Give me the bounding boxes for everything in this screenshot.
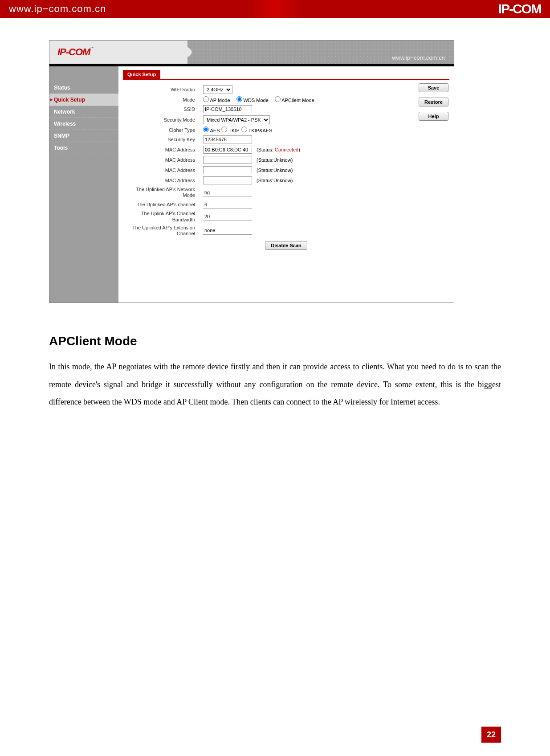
cipher-radio-group: AES TKIP TKIP&AES [203, 127, 449, 133]
tab-quick-setup[interactable]: Quick Setup [123, 70, 160, 79]
mac2-status: (Status:Unknow) [257, 157, 293, 163]
uplink-extchannel-input[interactable] [203, 227, 252, 235]
mode-wds[interactable]: WDS Mode [236, 96, 269, 103]
label-security-mode: Security Mode [123, 117, 203, 123]
sidebar-item-label: SNMP [54, 133, 69, 139]
mac1-input[interactable] [203, 146, 252, 154]
page-number: 22 [481, 727, 501, 743]
sidebar-item-tools[interactable]: Tools [49, 142, 118, 154]
uplink-netmode-input[interactable] [203, 188, 252, 196]
wifi-radio-select[interactable]: 2.4GHz [203, 85, 232, 94]
label-uplink-extchannel: The Uplinked AP's Extension Channel [123, 225, 203, 237]
router-ui-screenshot: IP-COM™ www.ip−com.com.cn Status Quick S… [49, 40, 454, 303]
mac4-status: (Status:Unknow) [257, 178, 293, 183]
label-uplink-channel: The Uplinked AP's channel [123, 202, 203, 207]
sidebar-item-label: Tools [54, 145, 68, 151]
mac1-status: (Status: Connected) [257, 147, 300, 152]
security-mode-select[interactable]: Mixed WPA/WPA2 - PSK [203, 115, 270, 124]
mode-apclient[interactable]: APClient Mode [275, 96, 314, 103]
mode-ap[interactable]: AP Mode [203, 96, 230, 103]
restore-button[interactable]: Restore [419, 98, 448, 106]
sidebar-item-wireless[interactable]: Wireless [49, 118, 118, 130]
label-uplink-bandwidth: The Uplink AP's Channel Bandwidth [123, 211, 203, 222]
label-mode: Mode [123, 97, 203, 102]
label-cipher-type: Cipher Type [123, 127, 203, 133]
sidebar-item-label: Quick Setup [54, 97, 85, 103]
cipher-tkip[interactable]: TKIP [221, 127, 239, 133]
header-url: www.ip−com.com.cn [9, 3, 106, 15]
header-logo: IP-COM [498, 1, 541, 16]
sidebar-item-label: Wireless [54, 121, 76, 127]
page-header-banner: www.ip−com.com.cn IP-COM [0, 0, 550, 18]
mac3-input[interactable] [203, 166, 252, 174]
sidebar-item-network[interactable]: Network [49, 106, 118, 118]
disable-scan-button[interactable]: Disable Scan [265, 241, 307, 250]
header-url-text: www.ip−com.com.cn [392, 54, 445, 61]
save-button[interactable]: Save [419, 83, 448, 92]
cipher-aes[interactable]: AES [203, 127, 220, 133]
label-mac4: MAC Address [123, 178, 203, 183]
mac4-input[interactable] [203, 176, 252, 184]
help-button[interactable]: Help [419, 112, 448, 121]
section-heading: APClient Mode [49, 334, 501, 348]
cipher-tkipaes[interactable]: TKIP&AES [241, 127, 273, 133]
ssid-input[interactable] [203, 105, 252, 113]
mac2-input[interactable] [203, 156, 252, 164]
label-mac1: MAC Address [123, 147, 203, 152]
mac3-status: (Status:Unknow) [257, 168, 293, 173]
uplink-bandwidth-input[interactable] [203, 213, 252, 221]
label-uplink-netmode: The Uplinked AP's Network Mode [123, 187, 203, 198]
uplink-channel-input[interactable] [203, 200, 252, 208]
header-right: www.ip−com.com.cn [187, 41, 454, 64]
sidebar-item-label: Status [54, 85, 70, 91]
section-paragraph: In this mode, the AP negotiates with the… [49, 358, 501, 411]
label-mac2: MAC Address [123, 157, 203, 163]
sidebar-nav: Status Quick Setup Network Wireless SNMP… [49, 66, 118, 302]
label-wifi-radio: WIFI Radio [123, 87, 203, 92]
sidebar-item-quicksetup[interactable]: Quick Setup [49, 94, 118, 106]
sidebar-item-status[interactable]: Status [49, 82, 118, 94]
brand-area: IP-COM™ [49, 41, 187, 64]
mode-radio-group: AP Mode WDS Mode APClient Mode [203, 96, 449, 103]
label-security-key: Security Key [123, 137, 203, 142]
security-key-input[interactable] [203, 135, 252, 143]
sidebar-item-snmp[interactable]: SNMP [49, 130, 118, 142]
label-ssid: SSID [123, 106, 203, 112]
main-panel: Quick Setup Save Restore Help WIFI Radio… [118, 66, 454, 302]
sidebar-item-label: Network [54, 109, 75, 115]
brand-logo: IP-COM™ [57, 46, 93, 58]
label-mac3: MAC Address [123, 168, 203, 173]
